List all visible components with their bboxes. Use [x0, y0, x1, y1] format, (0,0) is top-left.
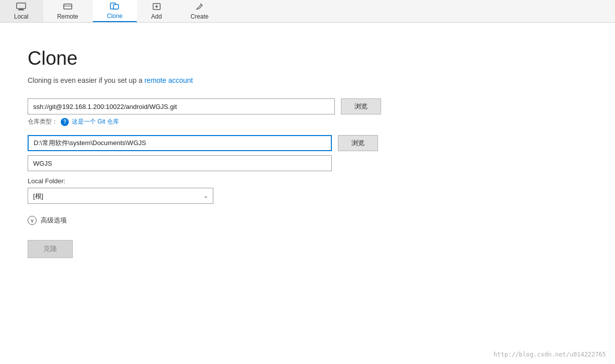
- svg-rect-3: [64, 4, 72, 9]
- page-title: Clone: [28, 48, 587, 69]
- tab-local-label: Local: [14, 13, 29, 20]
- repo-url-browse-button[interactable]: 浏览: [341, 98, 381, 114]
- main-content: Clone Cloning is even easier if you set …: [0, 23, 615, 278]
- local-path-row: 浏览: [28, 135, 587, 151]
- tab-remote[interactable]: Remote: [43, 0, 93, 22]
- add-icon: [153, 3, 161, 12]
- local-path-input[interactable]: [28, 135, 332, 151]
- tab-remote-label: Remote: [57, 13, 78, 20]
- local-icon: [16, 3, 26, 12]
- repo-url-row: 浏览: [28, 98, 587, 114]
- tab-bar: Local Remote Clone Add: [0, 0, 615, 23]
- tab-create[interactable]: Create: [176, 0, 223, 22]
- watermark: http://blog.csdn.net/u014222765: [494, 351, 606, 358]
- svg-rect-0: [17, 3, 26, 9]
- create-icon: [195, 3, 203, 12]
- advanced-options-icon: ∨: [28, 216, 37, 225]
- local-folder-select-wrapper: [根] ⌄: [28, 188, 213, 204]
- subtitle: Cloning is even easier if you set up a r…: [28, 76, 587, 84]
- clone-button[interactable]: 克隆: [28, 240, 73, 258]
- tab-create-label: Create: [190, 13, 208, 20]
- svg-rect-6: [113, 5, 118, 9]
- repo-name-row: [28, 155, 587, 171]
- local-path-browse-button[interactable]: 浏览: [338, 135, 378, 151]
- svg-rect-2: [18, 10, 24, 11]
- repo-type-label: 仓库类型：: [28, 117, 58, 126]
- repo-type-name: 这是一个 Git 仓库: [72, 117, 119, 126]
- subtitle-prefix: Cloning is even easier if you set up a: [28, 76, 145, 84]
- repo-type-help-icon[interactable]: ?: [61, 118, 69, 126]
- remote-account-link[interactable]: remote account: [145, 76, 193, 84]
- advanced-options-row[interactable]: ∨ 高级选项: [28, 216, 587, 225]
- repo-name-input[interactable]: [28, 155, 332, 171]
- local-folder-select[interactable]: [根]: [28, 188, 213, 204]
- clone-icon: [110, 2, 119, 12]
- repo-url-input[interactable]: [28, 98, 335, 114]
- remote-icon: [63, 3, 72, 12]
- tab-add-label: Add: [151, 13, 162, 20]
- tab-local[interactable]: Local: [0, 0, 43, 22]
- local-folder-label: Local Folder:: [28, 177, 587, 185]
- tab-clone[interactable]: Clone: [93, 0, 137, 22]
- advanced-options-label: 高级选项: [41, 216, 67, 225]
- repo-type-row: 仓库类型： ? 这是一个 Git 仓库: [28, 117, 587, 126]
- tab-add[interactable]: Add: [137, 0, 176, 22]
- tab-clone-label: Clone: [107, 13, 122, 20]
